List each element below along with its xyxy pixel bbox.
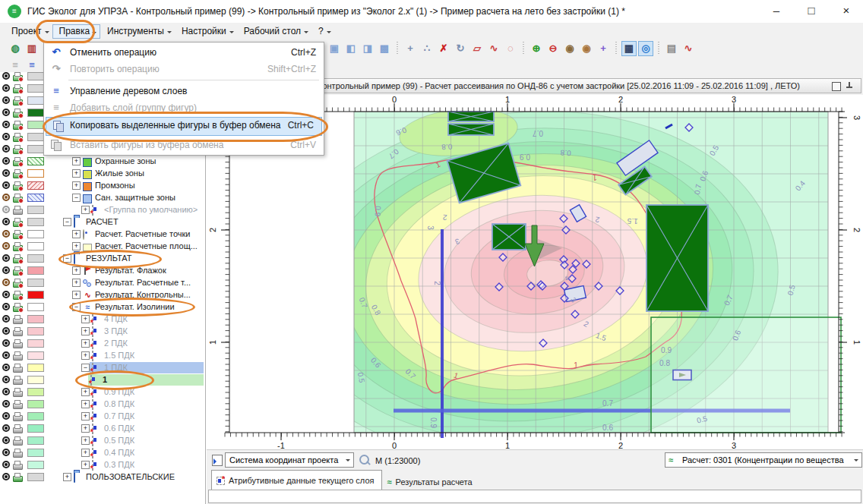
layer-color-swatch[interactable] xyxy=(27,400,44,408)
visibility-eye-icon[interactable] xyxy=(2,133,10,140)
printer-icon[interactable] xyxy=(13,254,23,263)
copy-fragment-dashed-icon[interactable]: ◧ xyxy=(343,41,359,56)
visibility-eye-icon[interactable] xyxy=(2,424,10,432)
layer-color-swatch[interactable] xyxy=(27,218,44,226)
expand-toggle[interactable]: + xyxy=(63,473,71,481)
print-icon[interactable]: ▤ xyxy=(664,41,679,56)
layer-row[interactable]: +<Группа по умолчанию> xyxy=(0,204,205,216)
visibility-eye-icon[interactable] xyxy=(2,206,10,213)
expand-toggle[interactable]: + xyxy=(81,315,90,323)
printer-icon[interactable] xyxy=(13,461,23,470)
expand-toggle[interactable]: + xyxy=(72,169,81,178)
expand-toggle[interactable]: + xyxy=(81,400,90,408)
maximize-button[interactable]: □ xyxy=(795,0,828,23)
merge-fragment-icon[interactable]: ▩ xyxy=(377,41,392,56)
layer-color-swatch[interactable] xyxy=(27,327,44,335)
coord-system-select[interactable]: Система координат проекта xyxy=(225,452,354,468)
visibility-eye-icon[interactable] xyxy=(2,400,10,408)
printer-icon[interactable] xyxy=(13,412,23,421)
delete-figure-icon[interactable]: ✗ xyxy=(436,41,451,56)
layer-color-swatch[interactable] xyxy=(27,72,44,80)
layer-color-swatch[interactable] xyxy=(27,364,44,372)
close-button[interactable]: × xyxy=(830,0,863,23)
tab-attribute-data[interactable]: Атрибутивные данные текущего слоя xyxy=(211,470,382,490)
menu-item-redo[interactable]: ↷Повторить операциюShift+Ctrl+Z xyxy=(44,61,324,77)
expand-toggle[interactable]: + xyxy=(72,181,81,190)
expand-toggle[interactable]: − xyxy=(72,194,81,202)
layer-color-swatch[interactable] xyxy=(27,388,44,396)
menu-help[interactable]: ? xyxy=(311,24,334,39)
printer-icon[interactable] xyxy=(13,388,23,397)
printer-icon[interactable] xyxy=(13,339,23,348)
printer-icon[interactable] xyxy=(13,364,23,373)
layer-color-swatch[interactable] xyxy=(27,424,44,433)
menu-desktop[interactable]: Рабочий стол xyxy=(237,24,311,39)
layer-color-swatch[interactable] xyxy=(27,157,44,165)
printer-icon[interactable] xyxy=(13,376,23,385)
visibility-eye-icon[interactable] xyxy=(2,109,10,116)
printer-icon[interactable] xyxy=(13,133,23,142)
visibility-eye-icon[interactable] xyxy=(2,449,10,456)
layer-color-swatch[interactable] xyxy=(27,181,44,190)
printer-icon[interactable] xyxy=(13,242,23,251)
layer-color-swatch[interactable] xyxy=(27,133,44,141)
visibility-eye-icon[interactable] xyxy=(2,181,10,189)
visibility-eye-icon[interactable] xyxy=(2,169,10,177)
layer-color-swatch[interactable] xyxy=(27,449,44,457)
node-add-icon[interactable]: ⊕ xyxy=(529,41,544,56)
menu-tools[interactable]: Инструменты xyxy=(100,24,175,39)
layer-color-swatch[interactable] xyxy=(27,315,44,323)
layer-tree-icon[interactable]: ≡ xyxy=(24,58,40,73)
visibility-eye-icon[interactable] xyxy=(2,145,10,153)
visibility-eye-icon[interactable] xyxy=(2,84,10,92)
expand-toggle[interactable]: + xyxy=(72,291,81,299)
visibility-eye-icon[interactable] xyxy=(2,461,10,468)
visibility-eye-icon[interactable] xyxy=(2,242,10,250)
visibility-eye-icon[interactable] xyxy=(2,291,10,298)
printer-icon[interactable] xyxy=(13,279,23,288)
layer-color-swatch[interactable] xyxy=(27,242,44,250)
visibility-eye-icon[interactable] xyxy=(2,473,10,480)
layer-row[interactable]: +Результат. Расчетные т... xyxy=(0,277,205,289)
expand-toggle[interactable]: + xyxy=(72,157,81,165)
visibility-eye-icon[interactable] xyxy=(2,315,10,323)
layer-row[interactable]: +1.5 ПДК xyxy=(0,350,205,362)
expand-toggle[interactable]: + xyxy=(72,242,81,250)
printer-icon[interactable] xyxy=(13,84,23,93)
zoom-select-toggle[interactable]: ◎ xyxy=(638,41,653,56)
expand-toggle[interactable]: + xyxy=(81,436,90,445)
tab-calc-results[interactable]: ≈ Результаты расчета xyxy=(382,473,479,490)
visibility-eye-icon[interactable] xyxy=(2,364,10,371)
layer-color-swatch[interactable] xyxy=(27,266,44,275)
ellipse-tool-icon[interactable]: ◌ xyxy=(503,41,518,56)
menu-item-layers[interactable]: ≡Управление деревом слоев xyxy=(44,83,324,99)
layer-color-swatch[interactable] xyxy=(27,376,44,384)
expand-toggle[interactable]: + xyxy=(81,327,90,335)
visibility-eye-icon[interactable] xyxy=(2,327,10,335)
rotate-area-icon[interactable]: ↻ xyxy=(453,41,468,56)
printer-icon[interactable] xyxy=(13,109,23,118)
layer-row[interactable]: +0.3 ПДК xyxy=(0,459,205,471)
add-layer-icon[interactable]: ≡ xyxy=(8,58,23,73)
expand-toggle[interactable]: − xyxy=(81,364,90,372)
menu-settings[interactable]: Настройки xyxy=(175,24,237,39)
layer-color-swatch[interactable] xyxy=(27,291,44,299)
layer-color-swatch[interactable] xyxy=(27,194,44,202)
layer-color-swatch[interactable] xyxy=(27,412,44,421)
visibility-eye-icon[interactable] xyxy=(2,412,10,420)
node-view-icon[interactable]: ◉ xyxy=(562,41,577,56)
polyline-tool-icon[interactable]: ∿ xyxy=(486,41,501,56)
printer-icon[interactable] xyxy=(13,303,23,312)
layer-row[interactable]: +ПОЛЬЗОВАТЕЛЬСКИЕ xyxy=(0,471,205,484)
expand-toggle[interactable]: + xyxy=(81,412,90,421)
visibility-eye-icon[interactable] xyxy=(2,121,10,128)
printer-icon[interactable] xyxy=(13,194,23,203)
visibility-eye-icon[interactable] xyxy=(2,218,10,225)
layer-color-swatch[interactable] xyxy=(27,230,44,238)
node-move-icon[interactable]: + xyxy=(596,41,611,56)
map-pin-icon[interactable] xyxy=(846,82,853,90)
expand-toggle[interactable]: + xyxy=(81,461,90,469)
layer-row[interactable]: +2 ПДК xyxy=(0,338,205,350)
printer-icon[interactable] xyxy=(13,230,23,239)
expand-toggle[interactable]: + xyxy=(72,279,81,287)
